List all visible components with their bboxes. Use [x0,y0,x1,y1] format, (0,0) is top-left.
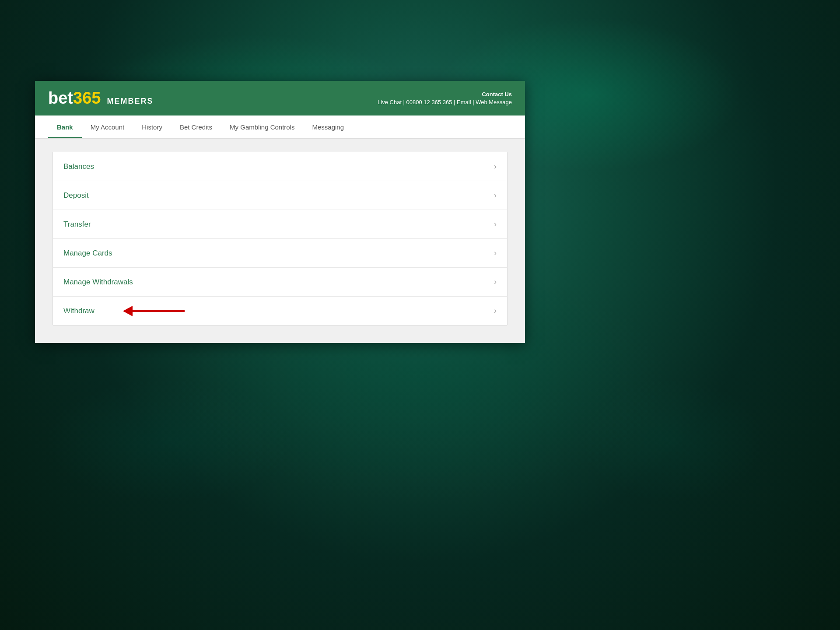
main-content: Balances › Deposit › Transfer › Manage C… [35,139,525,343]
contact-links[interactable]: Live Chat | 00800 12 365 365 | Email | W… [378,99,512,105]
contact-area: Contact Us Live Chat | 00800 12 365 365 … [378,91,512,105]
arrow-head-icon [123,306,133,316]
browser-window: bet365 MEMBERS Contact Us Live Chat | 00… [35,81,525,343]
site-header: bet365 MEMBERS Contact Us Live Chat | 00… [35,81,525,116]
contact-title: Contact Us [378,91,512,98]
red-arrow-annotation [123,306,185,316]
arrow-line [132,310,185,312]
menu-item-withdraw[interactable]: Withdraw › [53,297,507,325]
nav-item-bet-credits[interactable]: Bet Credits [171,116,221,138]
nav-item-bank[interactable]: Bank [48,116,82,138]
manage-cards-chevron-icon: › [494,248,497,258]
transfer-label: Transfer [63,220,91,229]
nav-item-messaging[interactable]: Messaging [304,116,353,138]
logo-bet-text: bet [48,89,73,107]
nav-item-my-account[interactable]: My Account [82,116,133,138]
transfer-chevron-icon: › [494,220,497,229]
menu-item-manage-cards[interactable]: Manage Cards › [53,239,507,268]
manage-cards-label: Manage Cards [63,249,112,258]
manage-withdrawals-label: Manage Withdrawals [63,278,133,287]
deposit-chevron-icon: › [494,191,497,200]
nav-item-history[interactable]: History [133,116,171,138]
withdraw-label: Withdraw [63,307,94,315]
logo-area: bet365 MEMBERS [48,89,153,108]
logo: bet365 [48,89,101,108]
logo-365-text: 365 [73,89,101,107]
menu-item-deposit[interactable]: Deposit › [53,181,507,210]
menu-item-balances[interactable]: Balances › [53,152,507,181]
balances-label: Balances [63,162,94,171]
bank-menu-list: Balances › Deposit › Transfer › Manage C… [52,152,508,326]
nav-bar: Bank My Account History Bet Credits My G… [35,116,525,139]
deposit-label: Deposit [63,191,89,200]
menu-item-manage-withdrawals[interactable]: Manage Withdrawals › [53,268,507,297]
logo-members-text: MEMBERS [107,97,153,106]
balances-chevron-icon: › [494,162,497,171]
menu-item-transfer[interactable]: Transfer › [53,210,507,239]
nav-item-my-gambling-controls[interactable]: My Gambling Controls [221,116,303,138]
manage-withdrawals-chevron-icon: › [494,277,497,287]
withdraw-chevron-icon: › [494,306,497,315]
